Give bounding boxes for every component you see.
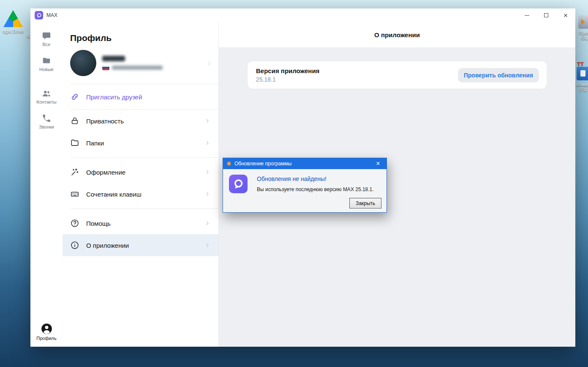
profile-phone-redacted bbox=[112, 66, 163, 70]
desktop-icon-label: Open bbox=[579, 30, 588, 36]
desktop-icon-label: GU bbox=[581, 36, 588, 41]
settings-item-privacy[interactable]: Приватность bbox=[63, 110, 218, 132]
page-title: О приложении bbox=[374, 31, 420, 38]
version-label: Версия приложения bbox=[256, 67, 319, 74]
rail-item-label: Новые bbox=[39, 67, 54, 72]
dialog-heading: Обновления не найдены! bbox=[257, 175, 381, 182]
desktop-icon-label-partial: K bbox=[27, 34, 30, 39]
rail-item-new[interactable]: Новые bbox=[39, 56, 54, 72]
maximize-button[interactable] bbox=[536, 8, 556, 22]
lock-icon bbox=[70, 116, 79, 126]
close-icon: × bbox=[564, 12, 568, 19]
question-circle-icon bbox=[70, 219, 79, 228]
contacts-icon bbox=[42, 89, 51, 98]
window-title: MAX bbox=[46, 12, 57, 18]
chevron-right-icon bbox=[204, 191, 211, 197]
version-value: 25.18.1 bbox=[256, 76, 319, 83]
dialog-body: Обновления не найдены! Вы используете по… bbox=[223, 169, 387, 212]
desktop-icon-communicator[interactable]: Комму ITU bbox=[574, 67, 588, 92]
settings-title: Профиль bbox=[63, 22, 218, 43]
dialog-close-button[interactable]: × bbox=[370, 158, 387, 169]
profile-info bbox=[102, 56, 163, 70]
settings-item-help[interactable]: Помощь bbox=[63, 212, 218, 234]
dialog-message: Вы используете последнюю версию MAX 25.1… bbox=[257, 186, 381, 192]
chevron-right-icon bbox=[206, 60, 212, 67]
app-document-icon bbox=[577, 67, 588, 80]
chevron-right-icon bbox=[204, 169, 211, 175]
max-logo-icon bbox=[229, 175, 248, 193]
info-circle-icon bbox=[70, 241, 79, 250]
chevron-right-icon bbox=[204, 118, 211, 124]
rail-item-label: Звонки bbox=[39, 124, 54, 129]
profile-card[interactable] bbox=[63, 43, 218, 84]
minimize-button[interactable] bbox=[517, 8, 536, 22]
settings-item-appearance[interactable]: Оформление bbox=[63, 161, 218, 183]
divider bbox=[70, 208, 218, 209]
window-titlebar: MAX × bbox=[30, 8, 575, 22]
settings-item-folders[interactable]: Папки bbox=[63, 132, 218, 154]
dialog-titlebar[interactable]: Обновление программы × bbox=[223, 158, 387, 169]
desktop-icon-openvpn[interactable]: Open GU bbox=[576, 15, 588, 41]
settings-panel: Профиль Пригласить друзей bbox=[63, 22, 219, 347]
profile-name-redacted bbox=[102, 56, 125, 61]
minimize-icon bbox=[525, 15, 529, 16]
chevron-right-icon bbox=[204, 140, 211, 146]
chevron-right-icon bbox=[204, 242, 211, 249]
settings-item-shortcuts[interactable]: Сочетания клавиш bbox=[63, 183, 218, 205]
maximize-icon bbox=[544, 13, 548, 17]
dialog-title: Обновление программы bbox=[234, 161, 291, 167]
check-updates-button[interactable]: Проверить обновления bbox=[458, 68, 539, 82]
profile-icon bbox=[41, 323, 52, 334]
avatar bbox=[70, 50, 96, 76]
folder-icon bbox=[70, 138, 79, 148]
openvpn-gui-icon bbox=[578, 15, 588, 29]
rail-item-contacts[interactable]: Контакты bbox=[36, 89, 57, 104]
magic-wand-icon bbox=[70, 167, 79, 177]
version-card: Версия приложения 25.18.1 Проверить обно… bbox=[248, 61, 547, 89]
rail-item-all-chats[interactable]: Все bbox=[42, 31, 51, 47]
desktop-icon-label: Комму bbox=[576, 82, 588, 87]
desktop-icon-label: ogle Drive bbox=[3, 29, 24, 34]
invite-friends-label: Пригласить друзей bbox=[86, 93, 142, 101]
desktop-icon-label: ITU bbox=[579, 87, 587, 92]
google-drive-icon bbox=[3, 10, 23, 27]
folder-icon bbox=[42, 56, 51, 66]
divider bbox=[70, 157, 218, 158]
russia-flag-icon bbox=[102, 65, 109, 70]
rail-item-label: Все bbox=[43, 42, 51, 47]
desktop-icon-google-drive[interactable]: ogle Drive bbox=[1, 10, 25, 34]
window-controls: × bbox=[517, 8, 575, 22]
link-icon bbox=[70, 92, 79, 101]
update-star-icon bbox=[226, 161, 232, 167]
update-dialog: Обновление программы × Обновления не най… bbox=[223, 158, 387, 213]
keyboard-icon bbox=[70, 189, 79, 199]
close-button[interactable]: × bbox=[556, 8, 575, 22]
phone-icon bbox=[42, 114, 51, 123]
about-content: Версия приложения 25.18.1 Проверить обно… bbox=[219, 47, 575, 89]
rail-item-profile[interactable]: Профиль bbox=[36, 323, 57, 341]
chevron-right-icon bbox=[204, 220, 211, 227]
rail-item-label: Контакты bbox=[36, 99, 57, 104]
settings-item-about[interactable]: О приложении bbox=[63, 234, 218, 256]
rail-item-label: Профиль bbox=[36, 336, 57, 341]
nav-rail: Все Новые Контакты Звонки Профиль bbox=[30, 22, 63, 347]
page-header: О приложении bbox=[219, 22, 575, 47]
dialog-close-action-button[interactable]: Закрыть bbox=[349, 198, 381, 208]
close-icon: × bbox=[376, 160, 380, 167]
invite-friends-button[interactable]: Пригласить друзей bbox=[63, 84, 218, 110]
max-logo-icon bbox=[35, 11, 43, 19]
chats-icon bbox=[42, 31, 51, 41]
desktop-tt-label: TT bbox=[577, 61, 584, 67]
rail-item-calls[interactable]: Звонки bbox=[39, 114, 54, 129]
